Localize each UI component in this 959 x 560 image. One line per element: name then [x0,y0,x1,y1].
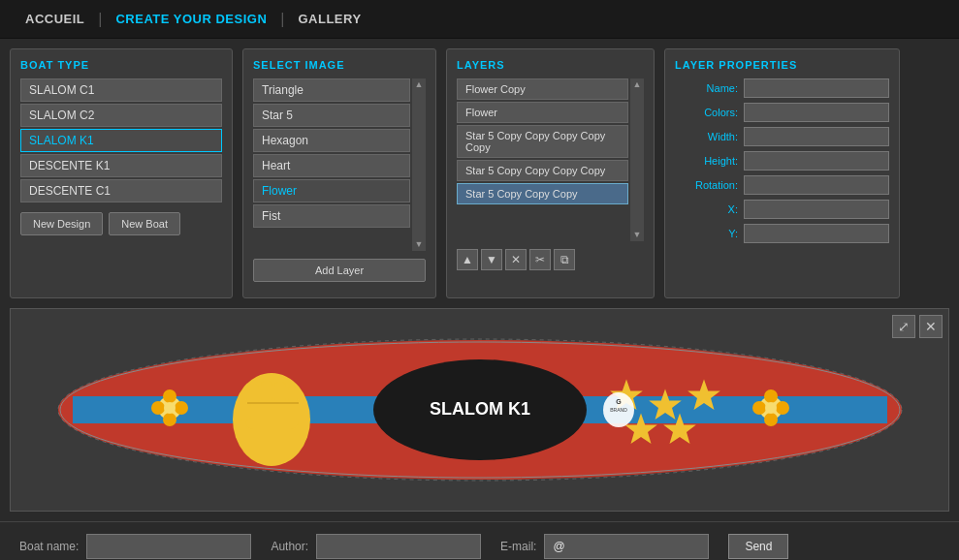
prop-label-height: Height: [675,155,738,167]
boat-item-descente-c1[interactable]: DESCENTE C1 [20,179,222,202]
layers-scroll-up[interactable]: ▲ [631,78,644,91]
layer-copy-button[interactable]: ⧉ [554,249,575,270]
boat-item-slalom-c1[interactable]: SLALOM C1 [20,78,222,102]
prop-label-name: Name: [675,82,738,94]
svg-point-24 [175,401,188,415]
prop-input-name[interactable] [744,78,889,98]
image-item-flower[interactable]: Flower [253,179,410,202]
prop-input-y[interactable] [744,224,889,243]
layer-properties-title: LAYER PROPERTIES [675,59,889,71]
navigation: ACCUEIL | CREATE YOUR DESIGN | GALLERY [0,0,959,39]
prop-input-rotation[interactable] [744,175,889,195]
layer-item-flower-copy[interactable]: Flower Copy [457,78,628,100]
image-scroll-down[interactable]: ▼ [413,238,426,251]
layer-delete-button[interactable]: ✕ [505,249,527,270]
image-item-heart[interactable]: Heart [253,154,410,177]
image-item-fist[interactable]: Fist [253,204,410,228]
prop-label-colors: Colors: [675,107,738,118]
bottom-bar: Boat name: Author: E-mail: Send [0,521,959,560]
image-scrollbar: ▲ ▼ [412,78,426,251]
svg-rect-11 [274,382,286,403]
email-label: E-mail: [500,540,536,553]
select-image-panel: SELECT IMAGE Triangle Star 5 Hexagon Hea… [242,48,436,298]
author-field: Author: [271,534,481,559]
prop-label-width: Width: [675,131,738,142]
prop-label-x: X: [675,203,738,215]
canvas-expand-button[interactable]: ⤢ [892,315,915,338]
layers-list-wrapper: Flower Copy Flower Star 5 Copy Copy Copy… [457,78,644,241]
nav-separator-2: | [280,11,284,28]
layer-move-down-button[interactable]: ▼ [481,249,502,270]
layer-controls: ▲ ▼ ✕ ✂ ⧉ [457,249,644,270]
svg-rect-13 [238,403,251,420]
layers-panel: LAYERS Flower Copy Flower Star 5 Copy Co… [446,48,655,298]
boat-svg: SLALOM K1 [44,323,916,497]
image-item-star5[interactable]: Star 5 [253,104,410,127]
boat-buttons: New Design New Boat [20,212,222,235]
email-field: E-mail: [500,534,709,559]
boat-item-descente-k1[interactable]: DESCENTE K1 [20,154,222,177]
add-layer-button[interactable]: Add Layer [253,259,426,282]
image-item-triangle[interactable]: Triangle [253,78,410,102]
main-panels: BOAT TYPE SLALOM C1 SLALOM C2 SLALOM K1 … [0,39,959,308]
send-button[interactable]: Send [728,534,788,559]
prop-input-height[interactable] [744,151,889,171]
canvas-area: ⤢ ✕ SLALOM K1 [10,308,949,512]
boat-item-slalom-c2[interactable]: SLALOM C2 [20,104,222,127]
layer-cut-button[interactable]: ✂ [529,249,551,270]
author-input[interactable] [316,534,481,559]
boat-type-panel: BOAT TYPE SLALOM C1 SLALOM C2 SLALOM K1 … [10,48,233,298]
svg-text:G: G [616,398,622,405]
email-input[interactable] [544,534,709,559]
layer-item-star5-copy-5[interactable]: Star 5 Copy Copy Copy Copy Copy [457,125,628,158]
prop-row-y: Y: [675,224,889,243]
prop-row-width: Width: [675,127,889,146]
boat-item-slalom-k1[interactable]: SLALOM K1 [20,129,222,152]
prop-row-name: Name: [675,78,889,98]
prop-input-width[interactable] [744,127,889,146]
svg-point-30 [776,401,789,415]
svg-point-31 [765,402,777,414]
svg-rect-9 [247,384,259,405]
boat-list: SLALOM C1 SLALOM C2 SLALOM K1 DESCENTE K… [20,78,222,202]
nav-create-design[interactable]: CREATE YOUR DESIGN [104,12,278,26]
image-scroll-up[interactable]: ▲ [413,78,426,91]
canvas-close-button[interactable]: ✕ [919,315,943,338]
author-label: Author: [271,540,308,553]
prop-input-colors[interactable] [744,103,889,122]
layer-item-star5-copy-4[interactable]: Star 5 Copy Copy Copy Copy [457,160,628,181]
nav-separator-1: | [98,11,102,28]
svg-point-25 [164,402,176,414]
image-list: Triangle Star 5 Hexagon Heart Flower Fis… [253,78,426,228]
boat-name-field: Boat name: [19,534,251,559]
layer-item-flower[interactable]: Flower [457,102,628,123]
svg-point-29 [752,401,766,415]
canvas-boat-label: SLALOM K1 [429,399,529,419]
prop-row-height: Height: [675,151,889,171]
svg-point-21 [163,389,176,403]
layer-item-star5-copy-3[interactable]: Star 5 Copy Copy Copy [457,183,628,204]
boat-name-input[interactable] [86,534,251,559]
nav-accueil[interactable]: ACCUEIL [14,12,96,26]
svg-point-23 [151,401,165,415]
svg-point-22 [163,413,176,426]
image-item-hexagon[interactable]: Hexagon [253,129,410,152]
layers-title: LAYERS [457,59,644,71]
select-image-title: SELECT IMAGE [253,59,426,71]
layers-scrollbar: ▲ ▼ [630,78,644,241]
prop-label-y: Y: [675,228,738,239]
boat-name-label: Boat name: [19,540,79,553]
prop-label-rotation: Rotation: [675,179,738,191]
layer-properties-panel: LAYER PROPERTIES Name: Colors: Width: He… [664,48,900,298]
svg-text:BRAND: BRAND [610,407,627,413]
nav-gallery[interactable]: GALLERY [286,12,372,26]
svg-rect-12 [288,386,298,403]
layer-move-up-button[interactable]: ▲ [457,249,478,270]
prop-row-colors: Colors: [675,103,889,122]
boat-type-title: BOAT TYPE [20,59,222,71]
svg-point-28 [764,413,778,426]
new-design-button[interactable]: New Design [20,212,103,235]
new-boat-button[interactable]: New Boat [109,212,180,235]
prop-input-x[interactable] [744,200,889,219]
layers-scroll-down[interactable]: ▼ [631,229,644,241]
